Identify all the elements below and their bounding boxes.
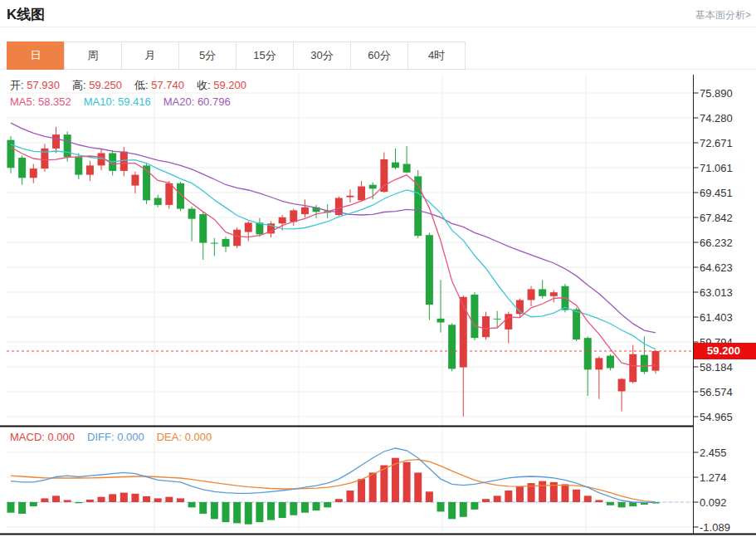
y-tick-label: 64.623 xyxy=(700,261,733,274)
macd-bar xyxy=(346,491,354,502)
macd-bar xyxy=(595,500,602,502)
candle-body xyxy=(550,292,558,296)
macd-bar xyxy=(561,484,568,502)
macd-bar xyxy=(494,496,501,502)
macd-bar xyxy=(460,502,467,517)
candle-body xyxy=(120,152,128,171)
macd-bar xyxy=(233,502,241,523)
candle-body xyxy=(154,198,162,205)
tab-5分[interactable]: 5分 xyxy=(178,41,237,70)
macd-bar xyxy=(109,494,116,502)
tab-60分[interactable]: 60分 xyxy=(350,41,408,70)
macd-bar xyxy=(267,502,275,520)
candle-body xyxy=(403,164,411,173)
macd-bar xyxy=(165,497,173,502)
macd-bar xyxy=(7,502,15,513)
macd-bar xyxy=(301,502,309,513)
diff-value: DIFF: 0.000 xyxy=(87,431,144,443)
ma10-value: MA10: 59.416 xyxy=(84,95,151,108)
candle-body xyxy=(290,210,297,222)
macd-bar xyxy=(437,502,445,511)
candle-body xyxy=(380,159,388,192)
tab-日[interactable]: 日 xyxy=(7,41,65,70)
macd-bar xyxy=(584,496,592,502)
candle-body xyxy=(618,379,626,392)
macd-bar xyxy=(154,498,162,502)
candle-body xyxy=(584,338,592,369)
macd-bar xyxy=(358,479,365,502)
candle-body xyxy=(595,358,602,369)
ma20-line xyxy=(11,123,656,333)
macd-bar xyxy=(313,502,320,510)
period-tabbar: 日周月5分15分30分60分4时 xyxy=(7,41,466,70)
y-tick-label: 67.842 xyxy=(700,212,733,224)
ma20-value: MA20: 60.796 xyxy=(163,95,231,108)
macd-bar xyxy=(211,502,218,519)
macd-bar xyxy=(618,502,626,507)
candle-body xyxy=(86,165,94,174)
macd-bar xyxy=(482,499,490,502)
macd-bar xyxy=(75,502,82,503)
price-badge: 59.200 xyxy=(694,343,756,359)
macd-bar xyxy=(448,502,456,519)
dea-value: DEA: 0.000 xyxy=(157,431,212,443)
ma-legend: MA5: 58.352MA10: 59.416MA20: 60.796 xyxy=(10,95,243,108)
header-divider xyxy=(0,27,756,27)
tab-4时[interactable]: 4时 xyxy=(407,41,466,70)
macd-bar xyxy=(380,466,388,502)
candle-body xyxy=(641,355,648,372)
y-tick-label: 61.403 xyxy=(700,311,733,324)
candle-body xyxy=(279,217,286,223)
ohlc-high: 高: 59.250 xyxy=(72,79,122,91)
macd-bar xyxy=(52,496,60,502)
candle-body xyxy=(573,310,580,339)
macd-bar xyxy=(505,491,512,502)
kline-widget: K线图 基本面分析> 日周月5分15分30分60分4时 开: 57.930高: … xyxy=(0,0,756,537)
y-tick-label: 75.890 xyxy=(700,87,733,100)
macd-bar xyxy=(199,502,207,514)
tab-周[interactable]: 周 xyxy=(64,41,122,70)
fundamental-analysis-link[interactable]: 基本面分析> xyxy=(695,8,751,22)
macd-bar xyxy=(471,502,478,510)
candle-body xyxy=(369,185,377,189)
candle-body xyxy=(346,196,354,198)
grid-lines xyxy=(7,75,693,534)
ma5-line xyxy=(11,147,656,366)
macd-tick-label: 1.274 xyxy=(700,471,727,484)
ohlc-legend: 开: 57.930高: 59.250低: 57.740收: 59.200 xyxy=(10,78,259,93)
tab-30分[interactable]: 30分 xyxy=(293,41,351,70)
y-tick-label: 71.061 xyxy=(700,162,733,174)
macd-bar xyxy=(245,502,252,525)
tab-月[interactable]: 月 xyxy=(121,41,179,70)
macd-bar xyxy=(426,491,433,502)
macd-bar xyxy=(335,499,343,502)
candle-body xyxy=(222,239,230,247)
macd-bar xyxy=(539,481,546,502)
candle-body xyxy=(52,134,60,149)
macd-bar xyxy=(256,502,263,522)
chart-canvas: 75.89074.28072.67171.06169.45167.84266.2… xyxy=(0,72,756,537)
candle-body xyxy=(7,140,15,168)
y-axis: 75.89074.28072.67171.06169.45167.84266.2… xyxy=(694,87,733,534)
y-tick-label: 66.232 xyxy=(700,237,733,249)
candle-body xyxy=(652,351,660,371)
y-tick-label: 58.184 xyxy=(700,361,733,373)
candle-body xyxy=(607,356,614,369)
candle-body xyxy=(18,158,26,178)
macd-bar xyxy=(64,500,71,502)
macd-bar xyxy=(222,502,230,522)
candle-body xyxy=(75,157,82,174)
macd-bar xyxy=(279,502,286,518)
macd-bar xyxy=(143,496,150,502)
candle-body xyxy=(233,230,241,247)
macd-bar xyxy=(573,490,580,502)
macd-bar xyxy=(369,472,377,502)
macd-bar xyxy=(403,462,411,502)
candle-body xyxy=(165,183,173,205)
macd-legend: MACD: 0.000DIFF: 0.000DEA: 0.000 xyxy=(10,431,224,443)
tab-15分[interactable]: 15分 xyxy=(236,41,294,70)
candle-body xyxy=(528,289,535,300)
candle-body xyxy=(245,222,252,232)
y-tick-label: 56.574 xyxy=(700,386,733,398)
y-tick-label: 74.280 xyxy=(700,112,733,124)
